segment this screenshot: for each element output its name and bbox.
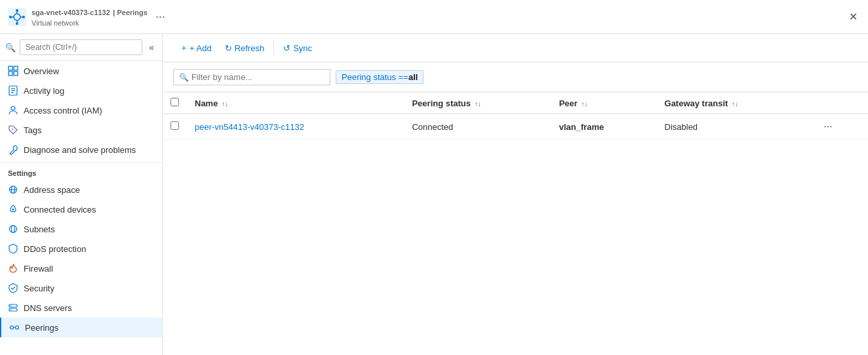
sync-icon: ↺: [283, 43, 290, 53]
filter-bar: 🔍 Peering status == all: [163, 62, 868, 93]
header-name: Name ↑↓: [187, 93, 404, 114]
sidebar-item-connected-devices-label: Connected devices: [24, 205, 96, 215]
add-icon: ＋: [180, 42, 188, 54]
sidebar-item-overview-label: Overview: [24, 66, 59, 76]
table-body: peer-vn54413-v40373-c1132 Connected vlan…: [163, 114, 868, 140]
sidebar-item-dns-servers[interactable]: DNS servers: [0, 298, 162, 318]
svg-point-25: [12, 226, 15, 233]
svg-point-6: [16, 9, 18, 12]
filter-tag: Peering status == all: [336, 70, 424, 84]
row-actions-cell: ···: [812, 114, 868, 140]
sidebar-item-subnets[interactable]: Subnets: [0, 219, 162, 239]
peering-icon: [9, 322, 20, 333]
row-name-cell: peer-vn54413-v40373-c1132: [187, 114, 404, 140]
add-button[interactable]: ＋ + Add: [173, 39, 218, 56]
row-more-options-button[interactable]: ···: [819, 119, 836, 134]
collapse-sidebar-button[interactable]: «: [146, 41, 157, 54]
sidebar-item-diagnose-label: Diagnose and solve problems: [24, 145, 136, 155]
sidebar-search-bar: 🔍 «: [0, 34, 162, 61]
close-button[interactable]: ✕: [846, 8, 860, 26]
svg-rect-10: [9, 66, 12, 70]
row-checkbox-cell: [163, 114, 187, 140]
more-options-button[interactable]: ···: [155, 10, 165, 24]
svg-rect-11: [14, 66, 18, 70]
sidebar-item-access-control[interactable]: Access control (IAM): [0, 100, 162, 120]
row-peering-status-cell: Connected: [404, 114, 551, 140]
resource-name: sga-vnet-v40373-c1132: [31, 9, 110, 16]
select-all-checkbox[interactable]: [170, 98, 179, 106]
sidebar-item-ddos-label: DDoS protection: [24, 244, 86, 254]
network-icon: [8, 184, 18, 195]
filter-tag-value: all: [408, 72, 418, 82]
filter-input[interactable]: [191, 72, 325, 82]
svg-point-19: [12, 129, 13, 130]
peering-status-sort-icon[interactable]: ↑↓: [475, 100, 481, 108]
sidebar-item-dns-label: DNS servers: [24, 303, 72, 313]
gateway-sort-icon[interactable]: ↑↓: [732, 100, 738, 108]
header-actions: [812, 93, 868, 114]
table-row: peer-vn54413-v40373-c1132 Connected vlan…: [163, 114, 868, 140]
sidebar-item-security-label: Security: [24, 283, 54, 293]
wrench-icon: [8, 144, 18, 155]
refresh-button[interactable]: ↻ Refresh: [218, 41, 271, 56]
row-checkbox[interactable]: [170, 121, 179, 130]
svg-point-29: [10, 309, 12, 310]
vnet-icon: [8, 8, 26, 26]
sidebar-item-ddos-protection[interactable]: DDoS protection: [0, 239, 162, 259]
filter-tag-text: Peering status ==: [342, 72, 408, 82]
flame-icon: [8, 263, 18, 274]
sidebar-item-overview[interactable]: Overview: [0, 61, 162, 81]
tag-icon: [8, 125, 18, 135]
content-area: ＋ + Add ↻ Refresh ↺ Sync 🔍 Peering statu…: [163, 34, 868, 355]
svg-rect-13: [14, 72, 18, 75]
row-name-link[interactable]: peer-vn54413-v40373-c1132: [195, 122, 304, 132]
sidebar-item-security[interactable]: Security: [0, 278, 162, 298]
header-peer: Peer ↑↓: [551, 93, 657, 114]
filter-input-wrapper: 🔍: [173, 69, 330, 85]
sidebar-item-diagnose[interactable]: Diagnose and solve problems: [0, 140, 162, 159]
title-left: sga-vnet-v40373-c1132 | Peerings Virtual…: [8, 6, 165, 28]
sidebar-settings-label: Settings: [0, 162, 162, 180]
sidebar-item-peerings[interactable]: Peerings: [0, 318, 162, 337]
sidebar-item-subnets-label: Subnets: [24, 224, 55, 234]
person-icon: [8, 105, 18, 115]
sidebar-item-tags[interactable]: Tags: [0, 120, 162, 140]
row-gateway-transit-cell: Disabled: [657, 114, 812, 140]
grid-icon: [8, 66, 18, 76]
resource-type: Virtual network: [31, 19, 79, 27]
subnet-icon: [8, 224, 18, 234]
sidebar-item-access-control-label: Access control (IAM): [24, 106, 102, 115]
page-title: sga-vnet-v40373-c1132 | Peerings: [31, 6, 148, 18]
search-input[interactable]: [20, 39, 142, 55]
svg-point-28: [10, 305, 12, 306]
sidebar-item-address-space[interactable]: Address space: [0, 180, 162, 199]
refresh-label: Refresh: [235, 43, 265, 53]
table-container: Name ↑↓ Peering status ↑↓ Peer ↑↓ Gate: [163, 93, 868, 355]
sidebar-item-activity-log-label: Activity log: [24, 86, 64, 96]
peerings-table: Name ↑↓ Peering status ↑↓ Peer ↑↓ Gate: [163, 93, 868, 140]
header-gateway-transit: Gateway transit ↑↓: [657, 93, 812, 114]
svg-point-31: [16, 326, 19, 329]
shield-blue-icon: [8, 243, 18, 254]
title-text: sga-vnet-v40373-c1132 | Peerings Virtual…: [31, 6, 148, 28]
rocket-icon: [8, 204, 18, 215]
svg-rect-12: [9, 72, 12, 75]
sidebar-item-connected-devices[interactable]: Connected devices: [0, 199, 162, 219]
svg-point-8: [9, 16, 12, 18]
main-layout: 🔍 « Overview Activity log Access control…: [0, 34, 868, 355]
table-header: Name ↑↓ Peering status ↑↓ Peer ↑↓ Gate: [163, 93, 868, 114]
sidebar-item-firewall-label: Firewall: [24, 264, 53, 274]
svg-point-9: [22, 16, 25, 18]
sync-button[interactable]: ↺ Sync: [277, 41, 319, 56]
dns-icon: [8, 303, 18, 313]
filter-search-icon: 🔍: [179, 73, 189, 82]
name-sort-icon[interactable]: ↑↓: [222, 100, 228, 108]
header-checkbox-cell: [163, 93, 187, 114]
title-bar: sga-vnet-v40373-c1132 | Peerings Virtual…: [0, 0, 868, 34]
sidebar-item-activity-log[interactable]: Activity log: [0, 81, 162, 100]
header-peering-status: Peering status ↑↓: [404, 93, 551, 114]
peer-sort-icon[interactable]: ↑↓: [582, 100, 588, 108]
svg-point-18: [11, 106, 15, 110]
sidebar: 🔍 « Overview Activity log Access control…: [0, 34, 163, 355]
sidebar-item-firewall[interactable]: Firewall: [0, 259, 162, 278]
